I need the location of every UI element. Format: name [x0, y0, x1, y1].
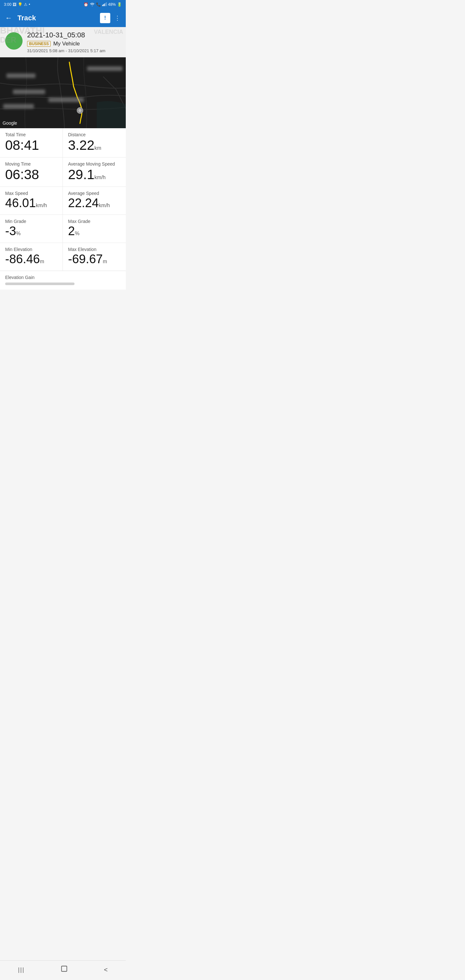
- distance-label: Distance: [68, 132, 121, 137]
- bg-text-der: DER: [0, 36, 45, 44]
- total-time-label: Total Time: [5, 132, 58, 137]
- svg-point-7: [78, 109, 81, 112]
- wifi-icon: [89, 2, 95, 7]
- max-speed-cell: Max Speed 46.01km/h: [0, 187, 63, 215]
- avg-speed-label: Average Speed: [68, 191, 121, 196]
- max-speed-label: Max Speed: [5, 191, 58, 196]
- stats-row-1: Total Time 08:41 Distance 3.22km: [0, 128, 126, 158]
- battery-icon: 🔋: [117, 2, 122, 7]
- svg-rect-0: [102, 5, 103, 6]
- moving-time-label: Moving Time: [5, 161, 58, 167]
- min-grade-value: -3%: [5, 224, 58, 238]
- status-bar: 3:00 🖼 💡 ⚠ • ⏰ 📞 48% 🔋: [0, 0, 126, 9]
- bg-text-bhavathi: BHAVATHI: [0, 27, 45, 36]
- stats-row-5: Min Elevation -86.46m Max Elevation -69.…: [0, 243, 126, 270]
- min-elevation-label: Min Elevation: [5, 247, 58, 252]
- min-grade-label: Min Grade: [5, 219, 58, 224]
- map-label-1: [6, 73, 35, 78]
- moving-time-cell: Moving Time 06:38: [0, 158, 63, 186]
- max-elevation-value: -69.67m: [68, 253, 121, 266]
- bottom-spacer: [0, 290, 126, 309]
- elevation-gain-label: Elevation Gain: [5, 275, 121, 280]
- bg-text: BHAVATHI DER: [0, 27, 45, 44]
- stats-row-2: Moving Time 06:38 Average Moving Speed 2…: [0, 158, 126, 187]
- avg-moving-speed-cell: Average Moving Speed 29.1km/h: [63, 158, 126, 186]
- battery-display: 48%: [108, 2, 116, 7]
- status-left: 3:00 🖼 💡 ⚠ •: [4, 2, 30, 7]
- bulb-icon: 💡: [18, 2, 22, 7]
- svg-rect-2: [104, 3, 105, 6]
- avg-moving-speed-value: 29.1km/h: [68, 167, 121, 182]
- distance-cell: Distance 3.22km: [63, 128, 126, 157]
- max-elevation-cell: Max Elevation -69.67m: [63, 243, 126, 270]
- avg-speed-cell: Average Speed 22.24km/h: [63, 187, 126, 215]
- stats-section: Total Time 08:41 Distance 3.22km Moving …: [0, 128, 126, 271]
- max-grade-value: 2%: [68, 224, 121, 238]
- more-options-button[interactable]: ⋮: [112, 12, 123, 24]
- time-display: 3:00: [4, 2, 11, 7]
- min-grade-cell: Min Grade -3%: [0, 215, 63, 243]
- stats-row-3: Max Speed 46.01km/h Average Speed 22.24k…: [0, 187, 126, 215]
- max-speed-value: 46.01km/h: [5, 197, 58, 210]
- report-icon-button[interactable]: !: [100, 13, 110, 23]
- warning-icon: ⚠: [24, 2, 27, 7]
- map-label-2: [13, 89, 45, 94]
- moving-time-value: 06:38: [5, 167, 58, 182]
- map-label-5: [87, 66, 123, 71]
- back-button[interactable]: ←: [3, 11, 15, 25]
- dot-icon: •: [29, 2, 30, 7]
- avg-speed-value: 22.24km/h: [68, 197, 121, 210]
- status-right: ⏰ 📞 48% 🔋: [83, 2, 122, 7]
- svg-rect-1: [103, 4, 104, 6]
- app-bar: ← Track ! ⋮: [0, 9, 126, 27]
- alarm-icon: ⏰: [83, 2, 88, 7]
- min-elevation-cell: Min Elevation -86.46m: [0, 243, 63, 270]
- max-grade-label: Max Grade: [68, 219, 121, 224]
- signal-icon: [102, 2, 107, 7]
- map-container[interactable]: Google: [0, 57, 126, 128]
- bg-text-valencia: VALENCIA: [94, 29, 123, 35]
- avg-moving-speed-label: Average Moving Speed: [68, 161, 121, 167]
- phone-icon: 📞: [96, 2, 101, 7]
- total-time-cell: Total Time 08:41: [0, 128, 63, 157]
- elevation-gain-bar: [5, 283, 75, 285]
- photo-icon: 🖼: [13, 2, 16, 7]
- action-icons: ! ⋮: [100, 12, 123, 24]
- min-elevation-value: -86.46m: [5, 253, 58, 266]
- svg-rect-4: [106, 2, 107, 6]
- page-title: Track: [18, 14, 100, 22]
- track-time-range: 31/10/2021 5:08 am - 31/10/2021 5:17 am: [27, 48, 121, 53]
- google-watermark: Google: [3, 121, 17, 126]
- vehicle-name: My Vehicle: [53, 41, 80, 47]
- max-elevation-label: Max Elevation: [68, 247, 121, 252]
- total-time-value: 08:41: [5, 138, 58, 153]
- max-grade-cell: Max Grade 2%: [63, 215, 126, 243]
- distance-value: 3.22km: [68, 138, 121, 153]
- map-label-4: [3, 104, 34, 108]
- map-label-3: [48, 98, 84, 102]
- track-header: BHAVATHI DER VALENCIA 2021-10-31_05:08 B…: [0, 27, 126, 57]
- stats-row-4: Min Grade -3% Max Grade 2%: [0, 215, 126, 243]
- elevation-gain-section: Elevation Gain: [0, 271, 126, 290]
- svg-rect-3: [105, 3, 106, 6]
